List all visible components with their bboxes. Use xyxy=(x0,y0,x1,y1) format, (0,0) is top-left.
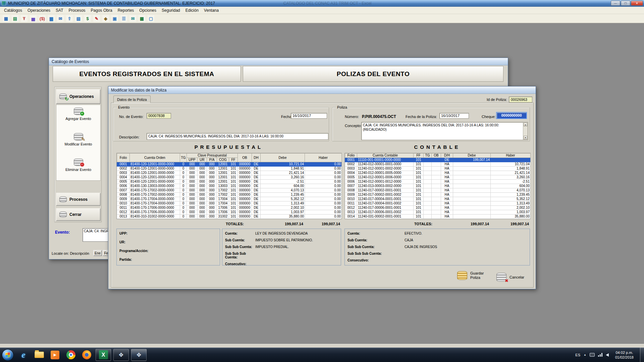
menu-ventana[interactable]: Ventana xyxy=(201,7,221,13)
table-row[interactable]: 000311240-012-00001-0002-0000101HA1,848.… xyxy=(345,167,531,171)
volume-tray-icon[interactable] xyxy=(606,353,609,357)
monitor-icon[interactable]: ▢ xyxy=(148,15,154,22)
scroll-up-icon[interactable] xyxy=(524,123,527,126)
table-row[interactable]: 001011240-017-00004-0001-0001101HA5,352.… xyxy=(345,197,531,201)
table-row[interactable]: 000911240-017-00002-0001-0002101HA1,239.… xyxy=(345,193,531,197)
max-button-icon[interactable] xyxy=(621,1,630,6)
menu-sat[interactable]: SAT xyxy=(53,7,66,13)
cancelar-button[interactable]: Cancelar xyxy=(496,273,524,282)
concepto-scrollbar[interactable] xyxy=(523,122,528,140)
table-row[interactable]: 000711240-013-00003-0002-0000101HA604.00 xyxy=(345,184,531,188)
concepto-box[interactable]: CAJA: C4: INGRESOS MUNICIPALES. INGRESOS… xyxy=(361,122,528,140)
cell xyxy=(432,193,441,197)
cerrar-button[interactable]: Cerrar xyxy=(56,208,101,221)
table-row[interactable]: 001311240-017-00006-0001-0002101HA1,003.… xyxy=(345,210,531,215)
window-icon[interactable]: ▣ xyxy=(111,15,118,22)
events-window-titlebar[interactable]: Catálogo de Eventos xyxy=(49,58,508,65)
table-row[interactable]: 001381400-310-31002-0000-000000000000003… xyxy=(117,215,342,219)
balance-icon[interactable]: Ŧ xyxy=(21,15,28,22)
language-indicator[interactable]: ES xyxy=(575,353,580,357)
mail-icon[interactable]: ✉ xyxy=(57,15,64,22)
guardar-poliza-button[interactable]: Guardar Poliza xyxy=(457,271,486,280)
table-row[interactable]: 000681400-130-13003-0000-000000000000001… xyxy=(117,184,342,188)
table-row[interactable]: 001411240-031-00002-0001-0001101HA35,880… xyxy=(345,215,531,219)
accounts-table-icon[interactable]: ▤ xyxy=(12,15,18,22)
table-row[interactable]: 001281400-170-17006-0000-000000000000001… xyxy=(117,210,342,215)
table-row[interactable]: 001081400-170-17004-0000-000000000000001… xyxy=(117,201,342,206)
send-mail-icon[interactable]: ✉ xyxy=(129,15,136,22)
excel-window-button[interactable] xyxy=(96,349,111,361)
table-row[interactable]: 001111240-017-00004-0001-0002101HA1,313.… xyxy=(345,201,531,206)
explorer-folder-icon[interactable] xyxy=(33,349,46,361)
budget-dollar-icon[interactable]: ($) xyxy=(39,15,46,22)
table-row[interactable]: 000881400-170-17002-0000-000000000000001… xyxy=(117,193,342,197)
firefox-icon[interactable] xyxy=(80,349,93,361)
menu-procesos[interactable]: Procesos xyxy=(66,7,88,13)
menu-pagos-obra[interactable]: Pagos Obra xyxy=(88,7,115,13)
table-row[interactable]: 000511240-012-00001-0006-0000101HA3,260.… xyxy=(345,175,531,180)
bar-graph-icon[interactable]: ▆ xyxy=(48,15,55,22)
table-row[interactable]: 000611240-012-00001-0012-0000101HA-2.51 xyxy=(345,180,531,184)
table-row[interactable]: 000181400-120-12001-0000-000000000000001… xyxy=(117,162,342,167)
chart-icon[interactable]: ▅ xyxy=(30,15,37,22)
edit-pencil-icon[interactable]: ✎ xyxy=(93,15,100,22)
dollar-icon[interactable]: $ xyxy=(84,15,91,22)
scroll-down-icon[interactable] xyxy=(524,136,527,139)
agregar-evento-button[interactable]: Agregar Evento xyxy=(56,108,100,121)
export-icon[interactable]: ⇧ xyxy=(66,15,73,22)
locate-month-button-ene[interactable]: Ene xyxy=(93,250,102,256)
table-row[interactable]: 001181400-170-17006-0000-000000000000001… xyxy=(117,206,342,210)
start-button[interactable] xyxy=(2,349,13,361)
id-poliza-field[interactable]: 00026963 xyxy=(509,97,532,103)
operaciones-button[interactable]: Operaciones xyxy=(56,89,101,104)
media-player-icon[interactable] xyxy=(48,349,62,361)
table-row[interactable]: 000811240-017-00002-0001-0001101HA4,070.… xyxy=(345,188,531,193)
cell: 0 xyxy=(180,215,187,219)
hidden-icons-chevron-icon[interactable] xyxy=(584,353,586,356)
menu-cat-logos[interactable]: Catálogos xyxy=(1,7,25,13)
modal-titlebar[interactable]: Modificar los datos de la Poliza xyxy=(108,86,536,94)
catalogs-grid-icon[interactable]: ▦ xyxy=(3,15,9,22)
open-app-window-button-1[interactable] xyxy=(113,349,129,361)
clock[interactable]: 04:02 p.m. 01/02/2018 xyxy=(612,350,637,360)
purchases-icon[interactable]: ◆ xyxy=(102,15,109,22)
table-row[interactable]: 000211240-012-00001-0001-0000101HA10,721… xyxy=(345,162,531,167)
tab-eventos-registrados[interactable]: EVENTOS REGISTRADOS EN EL SISTEMA xyxy=(53,66,241,82)
tab-datos-de-la-poliza[interactable]: Datos de la Poliza xyxy=(113,96,151,103)
procesos-button[interactable]: Procesos xyxy=(56,193,101,206)
descripcion-field[interactable]: CAJA: C4: INGRESOS MUNICIPALES. INGRESOS… xyxy=(147,133,328,140)
menu-operaciones[interactable]: Operaciones xyxy=(25,7,53,13)
internet-explorer-icon[interactable] xyxy=(17,349,30,361)
document-icon[interactable]: ▧ xyxy=(75,15,82,22)
table-row[interactable]: 000981400-170-17004-0000-000000000000001… xyxy=(117,197,342,201)
menu-edici-n[interactable]: Edición xyxy=(183,7,201,13)
cheque-field[interactable]: 0000000000 xyxy=(496,112,527,119)
menu-reportes[interactable]: Reportes xyxy=(115,7,137,13)
table-row[interactable]: 000481400-120-12001-0000-000000000000001… xyxy=(117,175,342,180)
table-row[interactable]: 001211240-017-00006-0001-0001101HA2,002.… xyxy=(345,206,531,210)
show-desktop-button[interactable] xyxy=(640,348,644,362)
modificar-evento-button[interactable]: Modificar Evento xyxy=(56,133,100,146)
table-row[interactable]: 000411240-012-00001-0005-0000101HA21,421… xyxy=(345,171,531,175)
fecha-field[interactable]: 16/10/2017 xyxy=(291,113,327,119)
tab-polizas-del-evento[interactable]: POLIZAS DEL EVENTO xyxy=(243,66,503,82)
keyboard-tray-icon[interactable] xyxy=(590,353,595,357)
close-button-icon[interactable] xyxy=(631,1,643,6)
network-tray-icon[interactable] xyxy=(598,353,602,357)
table-row[interactable]: 000781400-170-17002-0000-000000000000001… xyxy=(117,188,342,193)
min-button-icon[interactable] xyxy=(611,1,620,6)
chrome-icon[interactable] xyxy=(64,349,77,361)
table-row[interactable]: 000581400-120-12001-0000-000000000000001… xyxy=(117,180,342,184)
menu-seguridad[interactable]: Seguridad xyxy=(159,7,183,13)
table-row[interactable]: 000281400-120-12001-0000-000000000000001… xyxy=(117,167,342,171)
table-row[interactable]: 000381400-120-12001-0000-000000000000001… xyxy=(117,171,342,175)
report-lines-icon[interactable]: ☰ xyxy=(120,15,127,22)
eliminar-evento-button[interactable]: Eliminar Evento xyxy=(56,159,100,172)
menu-opciones[interactable]: Opciones xyxy=(137,7,159,13)
excel-grid-icon[interactable]: ▦ xyxy=(139,15,145,22)
cell: 13003 xyxy=(217,184,229,188)
no-evento-field[interactable]: 00007838 xyxy=(147,113,171,119)
open-app-window-button-2[interactable] xyxy=(131,349,147,361)
table-row[interactable]: 000111110-001-00001-0000-0000101DE199,00… xyxy=(345,158,531,162)
fecha-poliza-field[interactable]: 16/10/2017 xyxy=(439,113,469,119)
